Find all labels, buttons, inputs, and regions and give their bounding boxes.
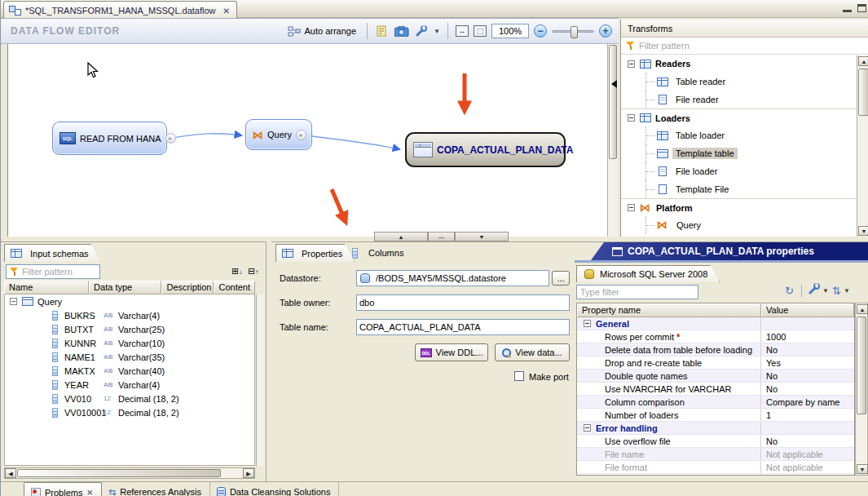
column-header-value[interactable]: Value (761, 303, 854, 317)
scrollbar-thumb[interactable] (609, 45, 617, 159)
tab-columns[interactable]: Columns (346, 244, 415, 262)
scroll-up-icon[interactable]: ▲ (858, 56, 868, 66)
column-header-property-name[interactable]: Property name (577, 303, 761, 317)
tools-dropdown-icon[interactable]: ▼ (434, 28, 440, 35)
expand-collapse-icon[interactable]: − (10, 298, 17, 305)
scroll-down-icon[interactable]: ▼ (858, 226, 868, 236)
fit-width-icon[interactable]: ↔ (456, 25, 469, 37)
datastore-field[interactable] (356, 270, 549, 286)
properties-scrollbar[interactable]: ▲ ▼ (855, 303, 868, 476)
table-owner-field[interactable] (356, 294, 570, 311)
schema-horizontal-scrollbar[interactable]: ◀ ▶ (4, 467, 255, 479)
property-row-drop-and-re-create-table[interactable]: Drop and re-create tableYes (577, 356, 854, 370)
scroll-right-icon[interactable]: ▶ (243, 468, 254, 478)
make-port-checkbox[interactable] (514, 371, 524, 381)
minimize-view-icon[interactable] (843, 4, 852, 12)
schema-field-row-maktx[interactable]: MAKTXABVarchar(40) (5, 364, 254, 378)
transforms-filter-input[interactable]: Filter pattern (621, 38, 868, 55)
expand-collapse-icon[interactable]: − (584, 320, 591, 327)
scrollbar-thumb[interactable] (17, 469, 221, 477)
maximize-view-icon[interactable] (857, 4, 866, 12)
canvas-vertical-scrollbar[interactable] (607, 44, 618, 237)
type-filter-input[interactable]: Type filter (576, 285, 698, 299)
snapshot-camera-icon[interactable] (394, 24, 409, 38)
table-owner-input[interactable] (357, 298, 569, 308)
splitter-expand-down-button[interactable]: ▼ (455, 232, 509, 241)
splitter-expand-up-button[interactable]: ▲ (374, 232, 428, 241)
transforms-item-file-reader[interactable]: File reader (621, 91, 856, 108)
property-row-rows-per-commit[interactable]: Rows per commit*1000 (577, 330, 854, 343)
expand-collapse-icon[interactable]: − (584, 424, 591, 432)
transforms-item-template-table[interactable]: Template table (621, 144, 856, 162)
transforms-item-table-reader[interactable]: Table reader (621, 73, 856, 91)
transforms-scrollbar[interactable]: ▲ ▼ (857, 55, 868, 237)
column-header-data-type[interactable]: Data type (89, 281, 161, 294)
tab-input-schemas[interactable]: Input schemas (4, 244, 101, 262)
property-row-file-name[interactable]: File nameNot applicable (577, 448, 854, 461)
transforms-group-loaders[interactable]: −Loaders (621, 108, 856, 126)
property-section-general[interactable]: −General (577, 317, 854, 330)
schema-root-row[interactable]: −Query (5, 294, 254, 308)
collapse-all-icon[interactable]: ⊟↑ (248, 266, 258, 277)
node-read-from-hana[interactable]: SQL READ FROM HANA ▸ (52, 122, 167, 155)
close-icon[interactable]: ✕ (86, 489, 93, 496)
property-row-number-of-loaders[interactable]: Number of loaders1 (577, 409, 854, 422)
node-output-port-icon[interactable]: ▸ (165, 133, 176, 144)
zoom-level-input[interactable]: 100% (491, 24, 529, 38)
table-name-field[interactable] (356, 319, 570, 335)
tools-dropdown-icon[interactable]: ▼ (822, 287, 829, 294)
zoom-in-button[interactable]: + (599, 24, 612, 38)
schema-field-row-bukrs[interactable]: BUKRSABVarchar(4) (5, 308, 254, 322)
transforms-item-template-file[interactable]: Template File (621, 180, 856, 198)
column-header-content[interactable]: Content (214, 281, 255, 294)
scroll-up-icon[interactable]: ▲ (857, 304, 868, 314)
transforms-item-file-loader[interactable]: File loader (621, 162, 856, 180)
splitter-minimize-button[interactable]: — (428, 232, 455, 241)
node-output-port-icon[interactable]: ▸ (296, 130, 306, 140)
browse-datastore-button[interactable]: ... (552, 271, 570, 286)
transforms-item-table-loader[interactable]: Table loader (621, 126, 856, 144)
collapse-sash-arrow-icon[interactable] (611, 80, 617, 88)
node-query[interactable]: Query ▸ (245, 119, 312, 150)
property-row-file-format[interactable]: File formatNot applicable (577, 461, 854, 474)
dataflow-canvas[interactable]: SQL READ FROM HANA ▸ Query ▸ COPA_ACTUAL… (7, 44, 607, 237)
table-name-input[interactable] (357, 322, 569, 332)
editor-tab-dataflow[interactable]: *SQL_TRANSFORM1_HANA_MSSQL.dataflow ✕ (3, 1, 237, 18)
tab-properties[interactable]: Properties (275, 244, 355, 262)
tab-microsoft-sql-server-2008[interactable]: Microsoft SQL Server 2008 (576, 265, 720, 282)
schema-field-row-name1[interactable]: NAME1ABVarchar(35) (5, 350, 254, 364)
view-data-button[interactable]: View data... (495, 343, 570, 361)
schema-field-row-kunnr[interactable]: KUNNRABVarchar(10) (5, 336, 254, 350)
bottom-tab-references-analysis[interactable]: References Analysis (102, 482, 210, 496)
sort-dropdown-icon[interactable]: ▼ (844, 287, 850, 294)
expand-collapse-icon[interactable]: − (628, 114, 635, 122)
column-header-name[interactable]: Name (4, 281, 89, 294)
datastore-input[interactable] (373, 273, 549, 283)
bottom-tab-data-cleansing-solutions[interactable]: Data Cleansing Solutions (210, 482, 340, 496)
properties-note-icon[interactable] (375, 24, 390, 38)
zoom-slider[interactable] (552, 30, 594, 33)
schema-vertical-scrollbar[interactable] (256, 294, 264, 466)
expand-collapse-icon[interactable]: − (628, 60, 635, 68)
node-copa-actual-plan-data[interactable]: COPA_ACTUAL_PLAN_DATA (405, 132, 566, 167)
bottom-tab-problems[interactable]: Problems✕ (24, 482, 102, 496)
schema-field-row-vv010001[interactable]: VV01000112Decimal (18, 2) (5, 405, 254, 419)
connection-read-to-query[interactable] (168, 134, 241, 139)
transforms-item-query[interactable]: Query (621, 216, 856, 234)
refresh-icon[interactable]: ↻ (785, 285, 794, 297)
scrollbar-thumb[interactable] (857, 317, 866, 414)
zoom-slider-thumb[interactable] (571, 26, 578, 38)
expand-all-icon[interactable]: ⊞↓ (231, 266, 242, 277)
column-header-description[interactable]: Description (161, 281, 214, 294)
connection-query-to-copa[interactable] (312, 136, 399, 149)
schema-field-row-year[interactable]: YEARABVarchar(4) (5, 378, 254, 392)
close-icon[interactable]: ✕ (220, 7, 230, 16)
transforms-group-platform[interactable]: −Platform (621, 198, 856, 216)
auto-arrange-button[interactable]: Auto arrange (284, 24, 359, 38)
scroll-left-icon[interactable]: ◀ (5, 468, 16, 478)
property-row-delete-data-from-table-before-loading[interactable]: Delete data from table before loadingNo (577, 343, 854, 356)
property-row-double-quote-names[interactable]: Double quote namesNo (577, 370, 854, 383)
scroll-down-icon[interactable]: ▼ (857, 464, 868, 474)
sort-icon[interactable]: ⇅ (832, 285, 841, 297)
schema-field-row-butxt[interactable]: BUTXTABVarchar(25) (5, 322, 254, 336)
